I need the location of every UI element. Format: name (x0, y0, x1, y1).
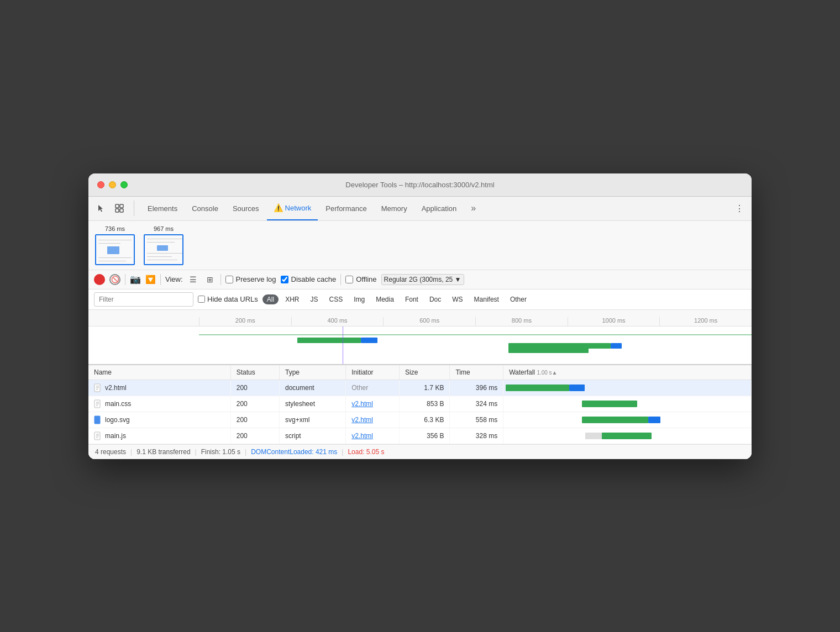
cell-size-maincss: 853 B (399, 396, 449, 412)
status-transferred: 9.1 KB transferred (136, 448, 190, 456)
disable-cache-label[interactable]: Disable cache (281, 275, 337, 283)
tab-elements[interactable]: Elements (141, 196, 184, 220)
status-finish: Finish: 1.05 s (201, 448, 240, 456)
tab-network[interactable]: ⚠️ Network (267, 196, 318, 220)
preserve-log-checkbox[interactable] (225, 276, 233, 283)
filter-pill-js[interactable]: JS (306, 294, 322, 304)
cell-status-v2html: 200 (230, 380, 279, 396)
ruler-400: 400 ms (291, 317, 384, 326)
svg-rect-2 (116, 209, 119, 212)
tab-bar: Elements Console Sources ⚠️ Network Perf… (88, 197, 752, 221)
hide-data-urls-label[interactable]: Hide data URLs (198, 295, 258, 303)
window-title: Developer Tools – http://localhost:3000/… (345, 181, 494, 189)
warning-icon: ⚠️ (274, 203, 283, 212)
divider-3 (221, 274, 221, 285)
cell-initiator-maincss: v2.html (346, 396, 400, 412)
cell-time-mainjs: 328 ms (450, 428, 503, 444)
col-time[interactable]: Time (450, 365, 503, 380)
col-initiator[interactable]: Initiator (346, 365, 400, 380)
tab-actions: ⋮ (732, 201, 747, 216)
cell-type-mainjs: script (279, 428, 345, 444)
view-list-icon[interactable]: ☰ (187, 273, 200, 286)
wf-bar-green-mainjs (602, 433, 652, 439)
filter-pill-other[interactable]: Other (506, 294, 531, 304)
wf-bar-green-maincss (582, 401, 637, 407)
cell-time-maincss: 324 ms (450, 396, 503, 412)
file-icon-js (94, 431, 102, 440)
filter-pill-all[interactable]: All (262, 294, 279, 304)
col-type[interactable]: Type (279, 365, 345, 380)
screenshot-item-2[interactable]: 967 ms (144, 225, 183, 265)
filter-pill-media[interactable]: Media (371, 294, 398, 304)
tab-memory[interactable]: Memory (375, 196, 414, 220)
filter-pill-doc[interactable]: Doc (425, 294, 445, 304)
cell-waterfall-logosvg (503, 412, 752, 428)
status-requests: 4 requests (95, 448, 126, 456)
ruler-1000: 1000 ms (568, 317, 660, 326)
timeline-bar-v2html-green (297, 338, 361, 343)
screenshot-thumb-2[interactable] (144, 234, 183, 265)
svg-rect-1 (120, 204, 123, 208)
col-status[interactable]: Status (230, 365, 279, 380)
table-row[interactable]: main.css 200 stylesheet v2.html 853 B 32… (88, 396, 752, 412)
filter-pill-ws[interactable]: WS (448, 294, 467, 304)
disable-cache-checkbox[interactable] (281, 276, 288, 283)
screenshot-item-1[interactable]: 736 ms (95, 225, 135, 265)
timeline-chart (88, 326, 752, 365)
filter-icon[interactable]: 🔽 (145, 275, 156, 285)
screenshot-time-2: 967 ms (154, 225, 174, 232)
network-table-container[interactable]: Name Status Type Initiator Size Time Wat… (88, 365, 752, 444)
tab-application[interactable]: Application (415, 196, 464, 220)
devtools-window: Developer Tools – http://localhost:3000/… (88, 173, 752, 459)
filter-pill-font[interactable]: Font (401, 294, 423, 304)
table-row[interactable]: v2.html 200 document Other 1.7 KB 396 ms (88, 380, 752, 396)
record-button[interactable] (94, 274, 105, 285)
cell-name-logosvg: logo.svg (88, 412, 230, 428)
hide-data-urls-checkbox[interactable] (198, 296, 205, 303)
network-toolbar: 🚫 📷 🔽 View: ☰ ⊞ Preserve log Disable cac… (88, 270, 752, 289)
cell-name-maincss: main.css (88, 396, 230, 412)
divider-4 (340, 274, 341, 285)
tab-performance[interactable]: Performance (319, 196, 373, 220)
col-waterfall[interactable]: Waterfall 1.00 s▲ (503, 365, 752, 380)
minimize-button[interactable] (109, 181, 116, 188)
table-row[interactable]: logo.svg 200 svg+xml v2.html 6.3 KB 558 … (88, 412, 752, 428)
inspect-icon[interactable] (112, 201, 127, 216)
divider-1 (125, 274, 125, 285)
filter-pill-xhr[interactable]: XHR (281, 294, 303, 304)
clear-button[interactable]: 🚫 (109, 274, 120, 285)
cell-size-v2html: 1.7 KB (399, 380, 449, 396)
maximize-button[interactable] (120, 181, 128, 188)
filter-input[interactable] (94, 292, 193, 307)
view-tree-icon[interactable]: ⊞ (204, 273, 216, 286)
cell-waterfall-maincss (503, 396, 752, 412)
devtools-body: Elements Console Sources ⚠️ Network Perf… (88, 197, 752, 459)
ruler-800: 800 ms (475, 317, 568, 326)
cell-initiator-v2html: Other (346, 380, 400, 396)
filter-pill-css[interactable]: CSS (324, 294, 347, 304)
cell-name-mainjs: main.js (88, 428, 230, 444)
ruler-marks: 200 ms 400 ms 600 ms 800 ms 1000 ms 1200… (88, 310, 752, 326)
throttle-select[interactable]: Regular 2G (300ms, 25 ▼ (381, 274, 464, 285)
tab-console[interactable]: Console (185, 196, 225, 220)
preserve-log-label[interactable]: Preserve log (225, 275, 276, 283)
traffic-lights (97, 181, 128, 188)
devtools-menu-button[interactable]: ⋮ (732, 201, 747, 216)
camera-icon[interactable]: 📷 (130, 274, 141, 285)
table-row[interactable]: main.js 200 script v2.html 356 B 328 ms (88, 428, 752, 444)
svg-rect-3 (120, 209, 123, 212)
close-button[interactable] (97, 181, 104, 188)
timeline-area: 200 ms 400 ms 600 ms 800 ms 1000 ms 1200… (88, 310, 752, 365)
wf-bar-blue-v2html (569, 385, 585, 391)
cell-type-maincss: stylesheet (279, 396, 345, 412)
screenshot-thumb-1[interactable] (95, 234, 135, 265)
col-name[interactable]: Name (88, 365, 230, 380)
tab-sources[interactable]: Sources (226, 196, 266, 220)
filter-pill-img[interactable]: Img (349, 294, 369, 304)
more-tabs-button[interactable]: » (466, 201, 480, 215)
offline-label[interactable]: Offline (345, 275, 376, 283)
cursor-icon[interactable] (93, 201, 108, 216)
filter-pill-manifest[interactable]: Manifest (470, 294, 503, 304)
col-size[interactable]: Size (399, 365, 449, 380)
offline-checkbox[interactable] (345, 276, 353, 283)
